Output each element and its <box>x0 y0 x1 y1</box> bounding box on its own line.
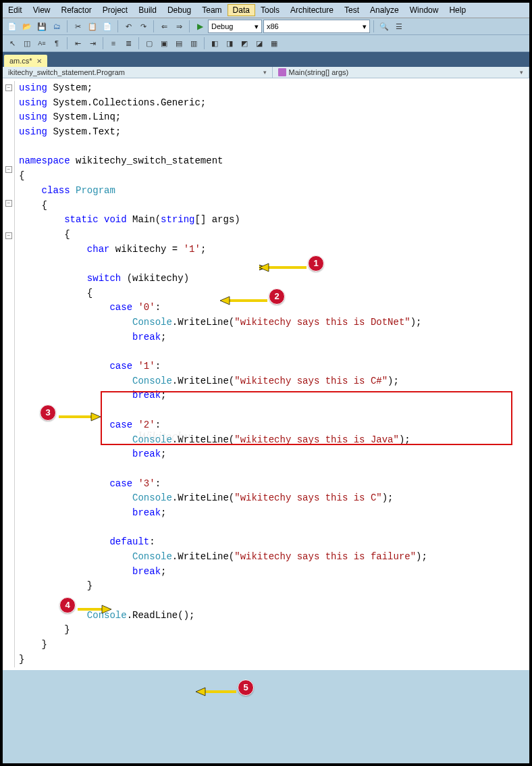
arrow-icon <box>196 686 236 698</box>
menu-bar: Edit View Refactor Project Build Debug T… <box>3 3 529 18</box>
platform-dropdown[interactable]: x86▾ <box>263 20 370 33</box>
close-icon[interactable]: ✕ <box>36 57 42 65</box>
properties-button[interactable]: ☰ <box>392 20 406 33</box>
menu-tools[interactable]: Tools <box>255 4 285 16</box>
misc1-icon[interactable]: ◧ <box>208 36 221 50</box>
bookmark2-icon[interactable]: ▣ <box>157 36 171 50</box>
redo-button[interactable]: ↷ <box>136 20 150 33</box>
paste-button[interactable]: 📄 <box>101 20 114 33</box>
tabs-bar: am.cs* ✕ <box>3 52 529 67</box>
tab-filename: am.cs* <box>9 57 32 65</box>
chevron-down-icon: ▾ <box>520 69 523 76</box>
new-button[interactable]: 📄 <box>5 20 19 33</box>
file-tab[interactable]: am.cs* ✕ <box>4 55 47 67</box>
menu-build[interactable]: Build <box>133 4 162 16</box>
menu-team[interactable]: Team <box>196 4 227 16</box>
annotation-3: 3 <box>40 405 56 421</box>
select-icon[interactable]: ◫ <box>20 36 34 50</box>
start-debug-button[interactable]: ▶ <box>193 20 207 33</box>
annotation-4: 4 <box>59 597 76 613</box>
indent-icon[interactable]: ⇥ <box>86 36 99 50</box>
method-label: Main(string[] args) <box>289 68 349 76</box>
find-button[interactable]: 🔍 <box>377 20 391 33</box>
format-icon[interactable]: ¶ <box>50 36 63 50</box>
text-icon[interactable]: A≡ <box>35 36 49 50</box>
code-editor[interactable]: − − − − using System; using System.Colle… <box>3 78 529 670</box>
breadcrumb-namespace[interactable]: ikitechy_switch_statement.Program ▾ <box>3 67 273 78</box>
annotation-2: 2 <box>269 288 285 305</box>
save-button[interactable]: 💾 <box>35 20 49 33</box>
menu-data[interactable]: Data <box>228 4 255 16</box>
misc2-icon[interactable]: ◨ <box>223 36 236 50</box>
copy-button[interactable]: 📋 <box>86 20 99 33</box>
misc3-icon[interactable]: ◩ <box>238 36 251 50</box>
annotation-5: 5 <box>238 680 254 696</box>
menu-test[interactable]: Test <box>339 4 365 16</box>
annotation-1: 1 <box>308 255 324 272</box>
menu-architecture[interactable]: Architecture <box>285 4 339 16</box>
bookmark3-icon[interactable]: ▤ <box>172 36 186 50</box>
comment-icon[interactable]: ≡ <box>107 36 120 50</box>
menu-window[interactable]: Window <box>404 4 444 16</box>
bookmark4-icon[interactable]: ▥ <box>187 36 201 50</box>
nav-back-button[interactable]: ⇐ <box>157 20 171 33</box>
breadcrumb: ikitechy_switch_statement.Program ▾ Main… <box>3 67 529 78</box>
menu-help[interactable]: Help <box>444 4 471 16</box>
toolbar-editor: ↖ ◫ A≡ ¶ ⇤ ⇥ ≡ ≣ ▢ ▣ ▤ ▥ ◧ ◨ ◩ ◪ ▦ <box>3 35 529 52</box>
menu-edit[interactable]: Edit <box>3 4 28 16</box>
config-dropdown[interactable]: Debug▾ <box>208 20 262 33</box>
misc4-icon[interactable]: ◪ <box>252 36 266 50</box>
menu-project[interactable]: Project <box>97 4 133 16</box>
nav-forward-button[interactable]: ⇒ <box>172 20 186 33</box>
svg-marker-11 <box>196 688 205 696</box>
uncomment-icon[interactable]: ≣ <box>122 36 135 50</box>
save-all-button[interactable]: 🗂 <box>50 20 63 33</box>
outdent-icon[interactable]: ⇤ <box>71 36 84 50</box>
cut-button[interactable]: ✂ <box>71 20 84 33</box>
pointer-icon[interactable]: ↖ <box>5 36 19 50</box>
menu-refactor[interactable]: Refactor <box>55 4 97 16</box>
bookmark-icon[interactable]: ▢ <box>142 36 156 50</box>
namespace-label: ikitechy_switch_statement.Program <box>8 68 125 76</box>
misc5-icon[interactable]: ▦ <box>267 36 281 50</box>
undo-button[interactable]: ↶ <box>122 20 135 33</box>
method-icon <box>278 68 286 76</box>
menu-debug[interactable]: Debug <box>162 4 196 16</box>
open-button[interactable]: 📂 <box>20 20 34 33</box>
menu-view[interactable]: View <box>28 4 56 16</box>
chevron-down-icon: ▾ <box>263 69 267 76</box>
menu-analyze[interactable]: Analyze <box>365 4 404 16</box>
breadcrumb-method[interactable]: Main(string[] args) ▾ <box>273 67 529 78</box>
toolbar-main: 📄 📂 💾 🗂 ✂ 📋 📄 ↶ ↷ ⇐ ⇒ ▶ Debug▾ x86▾ 🔍 ☰ <box>3 18 529 35</box>
